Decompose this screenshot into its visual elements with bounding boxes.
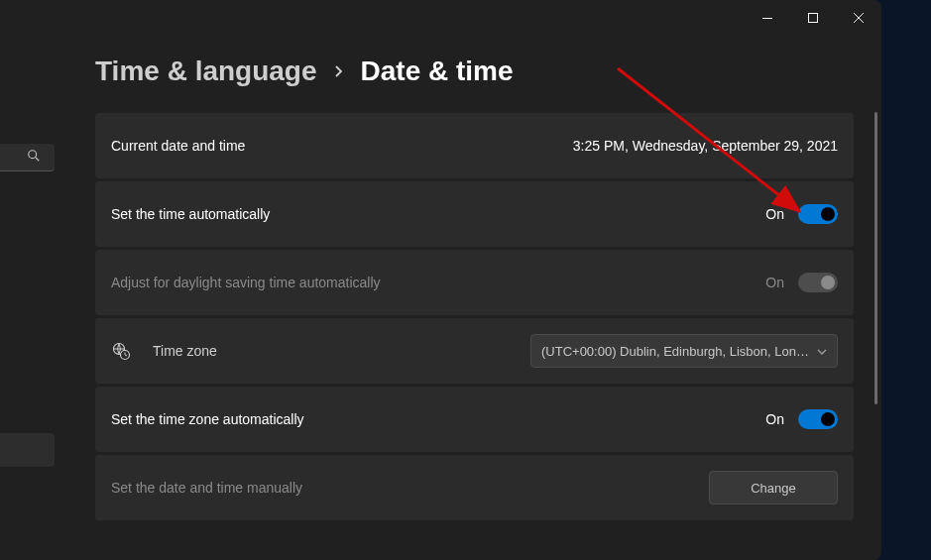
search-icon xyxy=(27,149,41,167)
adjust-dst-toggle xyxy=(798,273,838,292)
svg-rect-1 xyxy=(809,14,818,23)
scrollbar[interactable] xyxy=(874,112,877,404)
adjust-dst-label: Adjust for daylight saving time automati… xyxy=(111,275,381,290)
svg-point-2 xyxy=(29,150,37,158)
settings-window: Time & language Date & time Current date… xyxy=(0,0,881,560)
breadcrumb-parent[interactable]: Time & language xyxy=(95,56,317,87)
content-area: Time & language Date & time Current date… xyxy=(95,56,854,550)
set-manual-label: Set the date and time manually xyxy=(111,480,302,496)
set-timezone-auto-state: On xyxy=(765,411,784,427)
set-time-auto-label: Set the time automatically xyxy=(111,206,270,222)
page-title: Date & time xyxy=(361,56,514,87)
chevron-right-icon xyxy=(333,61,345,82)
minimize-button[interactable] xyxy=(745,0,790,36)
set-timezone-auto-row[interactable]: Set the time zone automatically On xyxy=(95,387,854,452)
adjust-dst-state: On xyxy=(765,275,784,290)
time-zone-dropdown[interactable]: (UTC+00:00) Dublin, Edinburgh, Lisbon, L… xyxy=(530,334,838,368)
svg-line-3 xyxy=(36,157,40,161)
set-time-auto-row[interactable]: Set the time automatically On xyxy=(95,181,854,247)
set-time-auto-state: On xyxy=(765,206,784,222)
set-timezone-auto-toggle[interactable] xyxy=(798,409,838,429)
chevron-down-icon xyxy=(817,345,827,357)
current-datetime-label: Current date and time xyxy=(111,138,245,154)
svg-rect-0 xyxy=(762,18,772,19)
adjust-dst-row: Adjust for daylight saving time automati… xyxy=(95,250,854,315)
time-zone-row[interactable]: Time zone (UTC+00:00) Dublin, Edinburgh,… xyxy=(95,318,854,384)
close-button[interactable] xyxy=(836,0,881,36)
window-titlebar xyxy=(0,0,881,36)
time-zone-selected: (UTC+00:00) Dublin, Edinburgh, Lisbon, L… xyxy=(541,344,809,359)
time-zone-label: Time zone xyxy=(153,343,217,359)
search-input[interactable] xyxy=(0,144,55,171)
current-datetime-value: 3:25 PM, Wednesday, September 29, 2021 xyxy=(573,138,838,154)
sidebar-item[interactable] xyxy=(0,433,55,467)
globe-clock-icon xyxy=(111,341,131,361)
current-datetime-row: Current date and time 3:25 PM, Wednesday… xyxy=(95,113,854,178)
set-timezone-auto-label: Set the time zone automatically xyxy=(111,411,304,427)
maximize-button[interactable] xyxy=(790,0,836,36)
breadcrumb: Time & language Date & time xyxy=(95,56,854,87)
settings-list: Current date and time 3:25 PM, Wednesday… xyxy=(95,113,854,520)
set-manual-row: Set the date and time manually Change xyxy=(95,455,854,520)
change-button-label: Change xyxy=(751,481,796,496)
set-time-auto-toggle[interactable] xyxy=(798,204,838,224)
change-button[interactable]: Change xyxy=(709,471,838,504)
